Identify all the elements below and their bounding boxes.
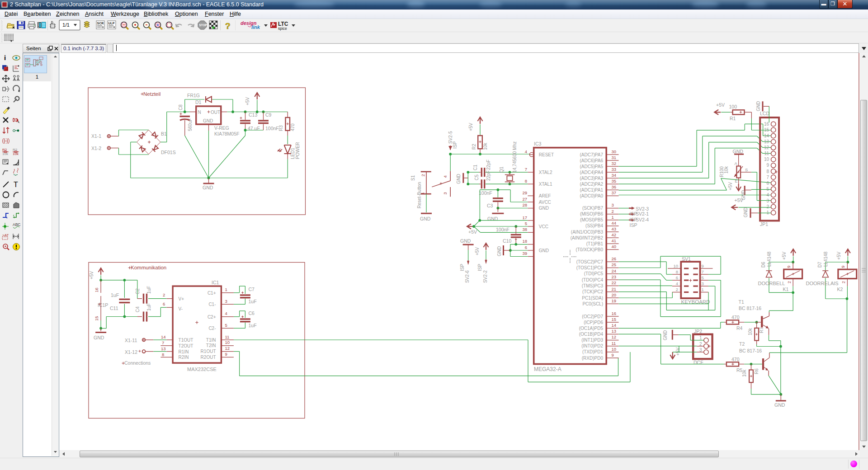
svg-text:31: 31 [612,155,617,160]
svg-text:1: 1 [225,287,227,292]
svg-text:R2: R2 [472,144,476,150]
svg-text:9: 9 [786,266,791,268]
svg-text:32: 32 [612,161,617,166]
svg-text:GND: GND [774,402,785,408]
svg-text:+5V: +5V [89,271,94,279]
svg-text:12: 12 [612,334,617,339]
svg-text:C5: C5 [474,174,479,180]
svg-text:2: 2 [766,204,769,209]
svg-text:R4: R4 [736,325,743,331]
svg-text:10k: 10k [748,328,753,335]
svg-text:V+: V+ [179,296,184,301]
svg-text:GND: GND [420,216,431,221]
svg-text:4: 4 [225,311,227,316]
svg-text:Connections: Connections [124,360,151,366]
svg-text:7: 7 [766,175,769,180]
svg-text:20: 20 [612,292,617,297]
svg-text:R1OUT: R1OUT [201,349,216,354]
svg-text:4: 4 [676,281,678,286]
svg-text:D7: D7 [817,262,822,268]
svg-text:5: 5 [702,275,704,280]
svg-text:IC1: IC1 [212,280,219,285]
svg-text:(SS)PB4: (SS)PB4 [585,223,603,228]
svg-text:+5V: +5V [245,97,250,105]
svg-text:21: 21 [612,287,617,291]
svg-text:(TOSC1)PC6: (TOSC1)PC6 [576,265,604,270]
svg-text:17: 17 [522,215,527,220]
svg-text:(MISO)PB6: (MISO)PB6 [580,212,604,216]
svg-text:14: 14 [161,334,166,339]
svg-text:8: 8 [676,269,678,274]
svg-text:R100: R100 [719,166,724,177]
svg-text:DOORRELAIS: DOORRELAIS [806,281,839,286]
svg-text:9: 9 [225,352,227,357]
svg-text:BC 817-16: BC 817-16 [739,348,762,353]
svg-text:16: 16 [764,122,769,127]
svg-text:+5V: +5V [728,182,733,190]
svg-text:C1: C1 [473,164,478,170]
svg-text:44: 44 [612,221,617,226]
svg-text:28: 28 [522,202,527,207]
svg-text:11: 11 [612,341,616,346]
svg-text:27: 27 [522,197,527,202]
svg-text:SV2-2: SV2-2 [483,270,488,283]
svg-text:DF01S: DF01S [161,150,176,155]
svg-text:(ADC1)PA1: (ADC1)PA1 [580,188,604,193]
svg-text:22pF: 22pF [486,160,491,170]
svg-text:1: 1 [699,335,702,340]
svg-text:1: 1 [766,210,769,215]
svg-text:5: 5 [766,187,769,192]
svg-text:BC 817-16: BC 817-16 [739,306,761,311]
svg-text:10k: 10k [724,166,729,174]
svg-text:470: 470 [290,123,295,131]
svg-text:8: 8 [766,169,769,174]
svg-text:(TMS)PC3: (TMS)PC3 [582,283,604,288]
svg-text:C9: C9 [265,112,272,118]
svg-text:2: 2 [612,209,614,214]
svg-text:29: 29 [522,190,527,195]
svg-text:X1-2: X1-2 [91,146,101,151]
svg-text:JP1: JP1 [760,221,768,227]
svg-text:R1: R1 [730,116,736,121]
svg-text:V-REG: V-REG [214,125,229,131]
svg-text:PC1(SDA): PC1(SDA) [582,296,603,301]
svg-text:26: 26 [612,256,617,261]
svg-text:1: 1 [612,215,614,220]
svg-text:23: 23 [612,274,617,279]
svg-text:7: 7 [162,340,164,345]
svg-text:3: 3 [699,348,702,352]
svg-text:(ADC7)PA7: (ADC7)PA7 [580,152,604,157]
svg-text:1uF: 1uF [146,286,151,294]
svg-text:9: 9 [766,163,769,168]
svg-text:10k: 10k [483,142,488,150]
svg-text:V-: V- [179,306,183,311]
svg-text:22: 22 [612,280,617,285]
svg-text:SV1: SV1 [682,256,691,262]
svg-text:+5V: +5V [468,229,477,235]
svg-text:16: 16 [612,311,617,316]
svg-text:GND: GND [539,206,549,211]
svg-text:3: 3 [612,202,614,207]
svg-text:DCF: DCF [693,360,703,365]
svg-text:470: 470 [731,357,740,362]
svg-text:18: 18 [522,239,527,244]
svg-text:6: 6 [766,181,769,186]
svg-text:LL4148: LL4148 [767,251,772,267]
svg-text:11: 11 [764,151,769,156]
svg-text:T2OUT: T2OUT [179,343,193,348]
svg-text:D1: D1 [195,99,202,105]
svg-text:14: 14 [612,323,617,328]
svg-text:2: 2 [420,174,425,176]
svg-text:GND: GND [743,207,748,217]
svg-text:R3: R3 [278,125,283,131]
svg-text:24: 24 [612,268,617,273]
svg-text:JP2: JP2 [694,329,702,334]
svg-text:LED1: LED1 [290,148,295,159]
svg-text:XTAL1: XTAL1 [539,182,552,187]
svg-text:Kommunikation: Kommunikation [131,265,166,270]
svg-text:C2-: C2- [208,326,216,331]
svg-text:9: 9 [840,266,845,268]
svg-text:T1IN: T1IN [206,338,216,343]
svg-text:(SCK)PB7: (SCK)PB7 [582,206,604,211]
svg-text:(AIN1/OC0)PB3: (AIN1/OC0)PB3 [571,230,604,235]
